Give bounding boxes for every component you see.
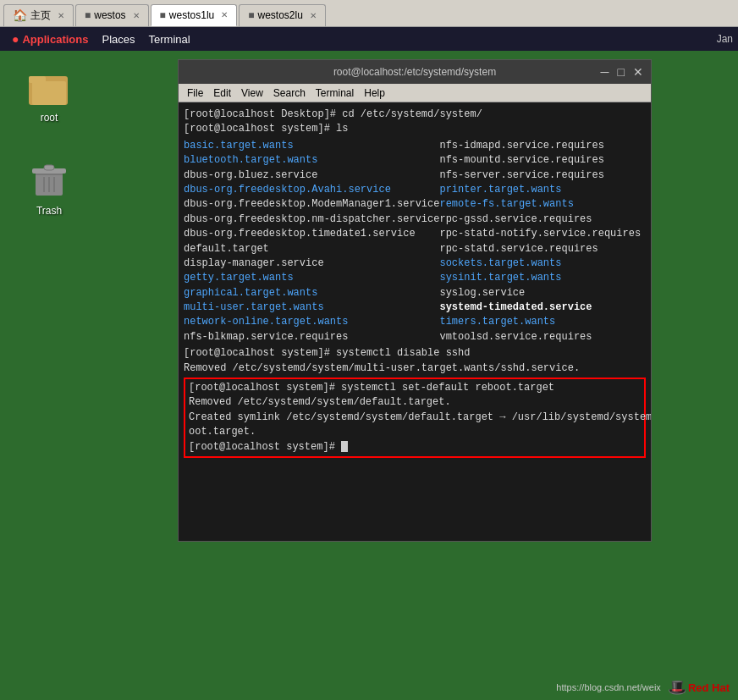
term-final-prompt: [root@localhost system]#	[189, 440, 641, 455]
trash-icon-label: Trash	[36, 205, 62, 217]
file-item: dbus-org.bluez.service	[184, 168, 439, 183]
term-line-cd: [root@localhost Desktop]# cd /etc/system…	[184, 107, 646, 122]
file-item: bluetooth.target.wants	[184, 153, 439, 168]
svg-rect-2	[32, 81, 66, 105]
redhat-hat-icon: 🎩	[668, 678, 686, 697]
file-item: dbus-org.freedesktop.ModemManager1.servi…	[184, 197, 439, 212]
bottom-url-text: https://blog.csdn.net/weix	[556, 682, 661, 692]
menubar-time: Jan	[717, 33, 733, 45]
file-item: dbus-org.freedesktop.Avahi.service	[184, 183, 439, 197]
svg-rect-6	[44, 165, 54, 170]
redhat-text: Red Hat	[688, 681, 730, 694]
file-col-left: basic.target.wants bluetooth.target.want…	[184, 139, 439, 344]
terminal-highlight-block: [root@localhost system]# systemctl set-d…	[184, 378, 646, 458]
file-item: network-online.target.wants	[184, 315, 439, 329]
bottom-bar: https://blog.csdn.net/weix 🎩 Red Hat	[0, 675, 738, 700]
tab-home-close[interactable]: ✕	[58, 11, 64, 20]
terminal-window: root@localhost:/etc/systemd/system ─ □ ✕…	[178, 59, 652, 542]
file-item: dbus-org.freedesktop.timedate1.service	[184, 227, 439, 241]
file-item: timers.target.wants	[439, 315, 646, 329]
gnome-menubar: ● Applications Places Terminal Jan	[0, 27, 738, 51]
file-item: syslog.service	[439, 286, 646, 300]
terminal-titlebar: root@localhost:/etc/systemd/system ─ □ ✕	[179, 60, 651, 84]
terminal-close-btn[interactable]: ✕	[631, 65, 646, 79]
terminal-minimize-btn[interactable]: ─	[598, 65, 612, 79]
file-item: default.target	[184, 242, 439, 256]
file-item: sockets.target.wants	[439, 256, 646, 271]
menubar-terminal[interactable]: Terminal	[142, 30, 197, 49]
terminal-menu-help[interactable]: Help	[359, 85, 390, 101]
terminal-menu-view[interactable]: View	[236, 85, 268, 101]
tab-westos1lu-close[interactable]: ✕	[221, 10, 228, 19]
terminal-controls: ─ □ ✕	[598, 60, 646, 84]
term-removed-msg: Removed /etc/systemd/system/multi-user.t…	[184, 361, 646, 376]
terminal-maximize-btn[interactable]: □	[615, 65, 627, 79]
menubar-places[interactable]: Places	[95, 30, 141, 49]
terminal-menu: File Edit View Search Terminal Help	[179, 84, 651, 102]
folder-icon-image	[29, 68, 69, 108]
file-item: printer.target.wants	[439, 183, 646, 197]
trash-icon-image	[29, 161, 69, 201]
tab-westos2lu[interactable]: ■ westos2lu ✕	[239, 4, 326, 26]
redhat-logo: 🎩 Red Hat	[668, 678, 730, 697]
tab-westos-label: westos	[94, 9, 125, 21]
terminal-content[interactable]: [root@localhost Desktop]# cd /etc/system…	[179, 102, 651, 541]
desktop-icon-root[interactable]: root	[19, 68, 80, 124]
file-item: vmtoolsd.service.requires	[439, 330, 646, 344]
desktop: root Trash root@localhost:/etc/system	[0, 51, 738, 700]
file-item: sysinit.target.wants	[439, 271, 646, 285]
tab-westos1lu[interactable]: ■ westos1lu ✕	[151, 4, 238, 26]
term-line-ls: [root@localhost system]# ls	[184, 122, 646, 136]
tab-home[interactable]: 🏠 主页 ✕	[3, 4, 74, 26]
file-item: basic.target.wants	[184, 139, 439, 153]
term-created-symlink: Created symlink /etc/systemd/system/defa…	[189, 411, 641, 425]
file-item: nfs-server.service.requires	[439, 168, 646, 183]
terminal-menu-edit[interactable]: Edit	[208, 85, 236, 101]
file-listing: basic.target.wants bluetooth.target.want…	[184, 139, 646, 344]
file-item: nfs-blkmap.service.requires	[184, 330, 439, 344]
file-item: nfs-idmapd.service.requires	[439, 139, 646, 153]
tab-westos2lu-close[interactable]: ✕	[310, 11, 317, 20]
file-item: multi-user.target.wants	[184, 300, 439, 315]
term-removed-default: Removed /etc/systemd/system/default.targ…	[189, 395, 641, 410]
file-item: graphical.target.wants	[184, 286, 439, 300]
file-item: display-manager.service	[184, 256, 439, 271]
term-symlink-cont: oot.target.	[189, 425, 641, 439]
tab-westos1lu-label: westos1lu	[169, 9, 214, 21]
terminal-title: root@localhost:/etc/systemd/system	[333, 66, 496, 78]
terminal-menu-terminal[interactable]: Terminal	[311, 85, 359, 101]
terminal-cursor	[341, 441, 348, 452]
file-item: remote-fs.target.wants	[439, 197, 646, 212]
menubar-applications[interactable]: ● Applications	[5, 29, 95, 49]
terminal-menu-file[interactable]: File	[182, 85, 208, 101]
terminal-menu-search[interactable]: Search	[268, 85, 311, 101]
tab-westos2lu-label: westos2lu	[257, 9, 302, 21]
root-icon-label: root	[41, 112, 58, 124]
tab-westos[interactable]: ■ westos ✕	[75, 4, 149, 26]
file-item: nfs-mountd.service.requires	[439, 153, 646, 168]
file-item: rpc-gssd.service.requires	[439, 212, 646, 227]
file-item: systemd-timedated.service	[439, 300, 646, 315]
tab-westos-close[interactable]: ✕	[133, 11, 140, 20]
term-set-default-cmd: [root@localhost system]# systemctl set-d…	[189, 381, 641, 395]
browser-tabs-bar: 🏠 主页 ✕ ■ westos ✕ ■ westos1lu ✕ ■ westos…	[0, 0, 738, 27]
file-item: dbus-org.freedesktop.nm-dispatcher.servi…	[184, 212, 439, 227]
file-item: getty.target.wants	[184, 271, 439, 285]
desktop-icon-trash[interactable]: Trash	[19, 161, 80, 217]
file-item: rpc-statd.service.requires	[439, 242, 646, 256]
tab-home-label: 主页	[30, 8, 51, 23]
file-item: rpc-statd-notify.service.requires	[439, 227, 646, 241]
file-col-right: nfs-idmapd.service.requires nfs-mountd.s…	[439, 139, 646, 344]
term-disable-cmd: [root@localhost system]# systemctl disab…	[184, 346, 646, 361]
